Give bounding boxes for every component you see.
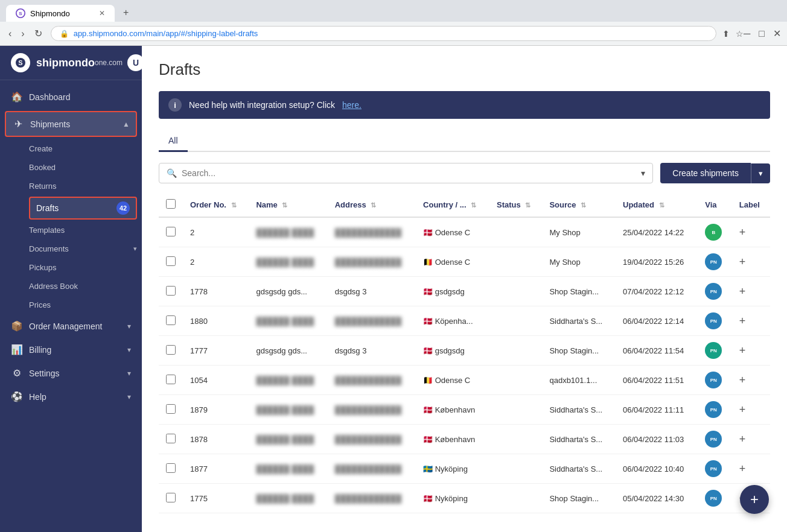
header-order-no[interactable]: Order No. ⇅ xyxy=(183,193,249,217)
minimize-button[interactable]: ─ xyxy=(744,28,750,39)
header-address[interactable]: Address ⇅ xyxy=(328,193,416,217)
shipments-nav-group: ✈ Shipments ▲ xyxy=(5,111,137,137)
sidebar-item-templates[interactable]: Templates xyxy=(29,221,142,239)
sidebar-item-pickups[interactable]: Pickups xyxy=(29,258,142,277)
add-label-button[interactable]: + xyxy=(739,433,746,446)
drafts-label: Drafts xyxy=(36,203,59,213)
user-avatar[interactable]: U xyxy=(127,54,142,71)
share-icon[interactable]: ⬆ xyxy=(722,29,730,39)
header-name[interactable]: Name ⇅ xyxy=(249,193,327,217)
sidebar-item-address-book[interactable]: Address Book xyxy=(29,277,142,296)
sidebar-item-returns[interactable]: Returns xyxy=(29,177,142,195)
tab-title: Shipmondo xyxy=(30,9,94,18)
add-label-button[interactable]: + xyxy=(739,226,746,239)
sidebar-item-settings[interactable]: ⚙ Settings ▾ xyxy=(0,361,142,385)
refresh-button[interactable]: ↻ xyxy=(32,25,45,42)
sort-icon-source: ⇅ xyxy=(581,201,586,209)
table-row: 1879 ██████ ████ ████████████ 🇩🇰 Københa… xyxy=(159,395,770,425)
sidebar-item-dashboard[interactable]: 🏠 Dashboard xyxy=(0,85,142,109)
sort-icon-order-no: ⇅ xyxy=(231,201,237,209)
row-checkbox[interactable] xyxy=(166,375,176,384)
table-row: 1777 gdsgsdg gds... dsgdsg 3 🇩🇰 gsdgsdg … xyxy=(159,336,770,366)
sidebar-item-documents[interactable]: Documents ▾ xyxy=(29,239,142,258)
maximize-button[interactable]: □ xyxy=(759,28,765,39)
fab-button[interactable]: + xyxy=(740,485,769,514)
sidebar-item-help[interactable]: ⚽ Help ▾ xyxy=(0,385,142,408)
row-label[interactable]: + xyxy=(732,336,770,366)
via-badge: PN xyxy=(705,490,722,507)
via-badge: PN xyxy=(705,253,722,270)
add-label-button[interactable]: + xyxy=(739,344,746,357)
header-country[interactable]: Country / ... ⇅ xyxy=(416,193,489,217)
sidebar-item-booked[interactable]: Booked xyxy=(29,158,142,177)
select-all-checkbox[interactable] xyxy=(166,199,176,209)
sidebar-nav: 🏠 Dashboard ✈ Shipments ▲ Create Booked … xyxy=(0,80,142,532)
settings-icon: ⚙ xyxy=(11,367,23,379)
add-label-button[interactable]: + xyxy=(739,315,746,328)
row-address: ████████████ xyxy=(328,395,416,425)
search-box[interactable]: 🔍 ▾ xyxy=(159,163,653,183)
header-updated[interactable]: Updated ⇅ xyxy=(616,193,698,217)
add-label-button[interactable]: + xyxy=(739,463,746,475)
row-source: qadxb101.1... xyxy=(542,366,616,395)
forward-button[interactable]: › xyxy=(19,26,27,42)
tab-close-button[interactable]: ✕ xyxy=(99,9,105,17)
active-tab[interactable]: S Shipmondo ✕ xyxy=(6,5,115,22)
sidebar-item-create[interactable]: Create xyxy=(29,139,142,158)
row-checkbox[interactable] xyxy=(166,227,176,236)
sidebar-item-prices[interactable]: Prices xyxy=(29,296,142,314)
create-shipments-dropdown-button[interactable]: ▾ xyxy=(751,163,770,183)
row-checkbox[interactable] xyxy=(166,404,176,414)
row-source: Shop Stagin... xyxy=(542,277,616,306)
row-checkbox[interactable] xyxy=(166,345,176,355)
tab-all[interactable]: All xyxy=(159,131,188,152)
row-status xyxy=(489,366,542,395)
sidebar-item-drafts[interactable]: Drafts 42 xyxy=(29,197,137,220)
header-status[interactable]: Status ⇅ xyxy=(489,193,542,217)
row-checkbox[interactable] xyxy=(166,463,176,473)
country-flag: 🇩🇰 xyxy=(423,228,433,237)
tab-favicon: S xyxy=(16,8,25,18)
sidebar-logo: S shipmondo xyxy=(11,53,95,72)
row-checkbox-cell xyxy=(159,306,183,336)
row-label[interactable]: + xyxy=(732,454,770,484)
back-button[interactable]: ‹ xyxy=(6,26,14,42)
row-status xyxy=(489,247,542,277)
row-checkbox[interactable] xyxy=(166,434,176,443)
row-address: ████████████ xyxy=(328,366,416,395)
row-label[interactable]: + xyxy=(732,217,770,247)
row-checkbox[interactable] xyxy=(166,493,176,502)
row-label[interactable]: + xyxy=(732,306,770,336)
logo-text: shipmondo xyxy=(36,57,95,69)
row-label[interactable]: + xyxy=(732,247,770,277)
create-shipments-button[interactable]: Create shipments xyxy=(660,163,751,183)
row-order-no: 1778 xyxy=(183,277,249,306)
row-label[interactable]: + xyxy=(732,395,770,425)
sidebar-item-order-management[interactable]: 📦 Order Management ▾ xyxy=(0,314,142,338)
new-tab-button[interactable]: + xyxy=(117,4,135,22)
address-bar[interactable]: 🔒 app.shipmondo.com/main/app/#/shipping-… xyxy=(51,26,716,41)
row-checkbox[interactable] xyxy=(166,286,176,296)
add-label-button[interactable]: + xyxy=(739,374,746,387)
row-checkbox[interactable] xyxy=(166,256,176,266)
sidebar-label-shipments: Shipments xyxy=(30,119,116,129)
row-label[interactable]: + xyxy=(732,425,770,454)
row-label[interactable]: + xyxy=(732,277,770,306)
search-input[interactable] xyxy=(182,168,636,178)
add-label-button[interactable]: + xyxy=(739,285,746,298)
row-label[interactable]: + xyxy=(732,366,770,395)
info-link[interactable]: here. xyxy=(342,100,362,110)
row-source: Siddharta's S... xyxy=(542,425,616,454)
filter-icon[interactable]: ▾ xyxy=(641,168,645,178)
close-window-button[interactable]: ✕ xyxy=(773,28,781,39)
browser-nav: ‹ › ↻ xyxy=(6,25,45,42)
row-order-no: 2 xyxy=(183,247,249,277)
window-controls: ─ □ ✕ xyxy=(744,28,781,39)
bookmark-icon[interactable]: ☆ xyxy=(736,29,744,39)
header-source[interactable]: Source ⇅ xyxy=(542,193,616,217)
sidebar-item-billing[interactable]: 📊 Billing ▾ xyxy=(0,338,142,361)
sidebar-item-shipments[interactable]: ✈ Shipments ▲ xyxy=(6,112,136,136)
add-label-button[interactable]: + xyxy=(739,404,746,416)
row-checkbox[interactable] xyxy=(166,315,176,325)
add-label-button[interactable]: + xyxy=(739,256,746,268)
